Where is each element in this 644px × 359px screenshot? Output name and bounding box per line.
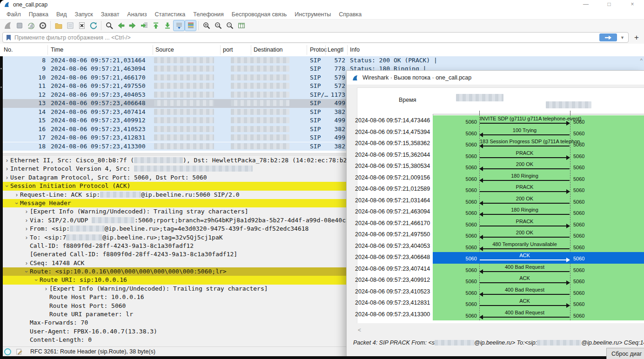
menu-item[interactable]: Запуск <box>75 11 93 18</box>
flow-row[interactable]: 2024-08-06 09:57:21,03146450605060200 OK <box>347 195 644 207</box>
expand-chevron[interactable]: › <box>23 207 30 216</box>
flow-row[interactable]: 2024-08-06 09:57:21,00915650605060180 Ri… <box>347 173 644 184</box>
column-separator[interactable] <box>307 45 307 55</box>
restore-button[interactable]: □ <box>597 0 621 9</box>
open-file-icon[interactable] <box>53 20 64 31</box>
flow-row[interactable]: 2024-08-06 09:57:21,49755050605060200 OK <box>347 229 644 241</box>
collapse-chevron[interactable]: › <box>3 183 11 189</box>
expand-chevron[interactable]: › <box>23 216 30 225</box>
minimize-button[interactable]: — <box>574 0 597 9</box>
menu-item[interactable]: Статистика <box>155 11 186 18</box>
column-separator[interactable] <box>347 45 348 55</box>
menu-item[interactable]: Телефония <box>193 11 224 18</box>
collapse-chevron[interactable]: › <box>32 277 40 284</box>
last-packet-icon[interactable] <box>161 20 173 31</box>
expand-chevron[interactable]: › <box>43 285 49 293</box>
menu-item[interactable]: Инструменты <box>295 11 331 18</box>
flow-row[interactable]: 2024-08-06 09:57:23,40664850605060ACK <box>347 252 644 264</box>
flow-row[interactable]: 2024-08-06 09:57:15,35836250605060183 Se… <box>347 138 644 150</box>
bookmark-icon[interactable] <box>6 34 11 41</box>
previous-packet-icon[interactable] <box>115 20 127 31</box>
arrow-head <box>479 166 483 171</box>
expand-chevron[interactable]: › <box>13 191 20 199</box>
column-header[interactable]: Protoc <box>310 44 327 56</box>
start-capture-icon[interactable] <box>2 20 13 31</box>
stop-capture-icon[interactable] <box>13 20 25 31</box>
flow-row[interactable]: 2024-08-06 09:57:23,40405350605060480 Te… <box>347 241 644 253</box>
flow-row[interactable]: 2024-08-06 09:57:23,41330050605060400 Ba… <box>347 309 644 321</box>
column-header[interactable]: No. <box>4 44 13 56</box>
status-text: RFC 3261: Route Header (sip.Route), 38 b… <box>30 348 155 355</box>
reload-file-icon[interactable] <box>87 20 99 31</box>
column-header[interactable]: Destination <box>254 44 283 56</box>
collapse-chevron[interactable]: › <box>22 268 31 275</box>
find-packet-icon[interactable] <box>103 20 115 31</box>
apply-filter-button[interactable] <box>599 33 617 41</box>
go-to-packet-icon[interactable] <box>138 20 150 31</box>
reset-diagram-button[interactable]: Сброс диаг <box>606 348 644 359</box>
resize-columns-icon[interactable] <box>235 20 247 31</box>
column-separator[interactable] <box>153 45 153 55</box>
auto-scroll-icon[interactable] <box>173 20 185 31</box>
next-packet-icon[interactable] <box>127 20 138 31</box>
zoom-100-icon[interactable] <box>224 20 235 31</box>
capture-options-icon[interactable] <box>37 20 48 31</box>
menu-item[interactable]: Анализ <box>127 11 147 18</box>
column-separator[interactable] <box>325 45 326 55</box>
packet-row[interactable]: 82024-08-06 09:57:21,031464SIP572Status:… <box>0 56 644 65</box>
flow-row[interactable]: 2024-08-06 09:57:23,41052350605060400 Ba… <box>347 286 644 298</box>
expand-chevron[interactable]: › <box>4 173 10 182</box>
close-file-icon[interactable] <box>76 20 87 31</box>
menu-item[interactable]: Захват <box>101 11 120 18</box>
save-file-icon[interactable] <box>64 20 76 31</box>
column-header[interactable]: port <box>223 44 233 56</box>
flow-row[interactable]: 2024-08-06 09:57:23,40991250605060ACK <box>347 275 644 286</box>
colorize-icon[interactable] <box>185 20 196 31</box>
related-packet-dot <box>0 68 2 69</box>
expand-chevron[interactable]: › <box>4 165 10 173</box>
expert-info-icon[interactable] <box>4 348 11 355</box>
redacted-text <box>537 340 581 346</box>
flow-row[interactable]: 2024-08-06 09:57:14,47344650605060INVITE… <box>347 115 644 127</box>
column-header[interactable]: Lengtl <box>328 44 343 56</box>
flow-row[interactable]: 2024-08-06 09:57:21,46617050605060PRACK <box>347 218 644 230</box>
column-separator[interactable] <box>47 45 48 55</box>
flow-row[interactable]: 2024-08-06 09:57:14,47539450605060100 Tr… <box>347 127 644 139</box>
capture-comment-icon[interactable] <box>16 349 22 355</box>
related-packet-dot <box>0 86 2 88</box>
packet-time: 2024-08-06 09:57:23,410523 <box>51 125 146 133</box>
restart-capture-icon[interactable] <box>25 20 37 31</box>
close-button[interactable]: × <box>621 0 644 9</box>
filter-dropdown-caret[interactable]: ▼ <box>620 35 624 40</box>
display-filter-input[interactable]: Примените фильтр отображения ... <Ctrl-/… <box>2 32 629 43</box>
scrollbar-up-arrow[interactable]: ^ <box>640 58 643 63</box>
first-packet-icon[interactable] <box>150 20 161 31</box>
expand-chevron[interactable]: › <box>23 225 30 233</box>
zoom-in-icon[interactable] <box>201 20 212 31</box>
flow-row[interactable]: 2024-08-06 09:57:21,01258950605060PRACK <box>347 184 644 195</box>
expand-chevron[interactable]: › <box>23 259 30 267</box>
flow-row[interactable]: 2024-08-06 09:57:23,41283150605060ACK <box>347 298 644 309</box>
menu-item[interactable]: Справка <box>339 11 362 18</box>
menu-item[interactable]: Беспроводная связь <box>232 11 287 18</box>
column-separator[interactable] <box>220 45 221 55</box>
screen-edge-strip <box>0 56 3 359</box>
sip-message-label: ACK <box>480 275 570 281</box>
flow-row[interactable]: 2024-08-06 09:57:15,36204450605060PRACK <box>347 150 644 161</box>
column-header[interactable]: Source <box>155 44 174 56</box>
flow-row[interactable]: 2024-08-06 09:57:21,46309450605060180 Ri… <box>347 206 644 218</box>
add-filter-button[interactable]: + <box>631 33 642 43</box>
expand-chevron[interactable]: › <box>23 233 30 242</box>
zoom-out-icon[interactable] <box>212 20 224 31</box>
menu-item[interactable]: Вид <box>56 11 67 18</box>
flow-row[interactable]: 2024-08-06 09:57:23,40741450605060400 Ba… <box>347 264 644 275</box>
menu-item[interactable]: Правка <box>29 11 48 18</box>
flow-row[interactable]: 2024-08-06 09:57:15,38053450605060200 OK <box>347 161 644 173</box>
expand-chevron[interactable]: › <box>4 156 10 165</box>
column-separator[interactable] <box>251 45 251 55</box>
menu-item[interactable]: Файл <box>7 11 21 18</box>
column-header[interactable]: Info <box>350 44 360 56</box>
column-header[interactable]: Time <box>51 44 63 56</box>
collapse-chevron[interactable]: › <box>13 200 21 206</box>
flow-scroll-left-arrow[interactable]: < <box>358 327 361 333</box>
